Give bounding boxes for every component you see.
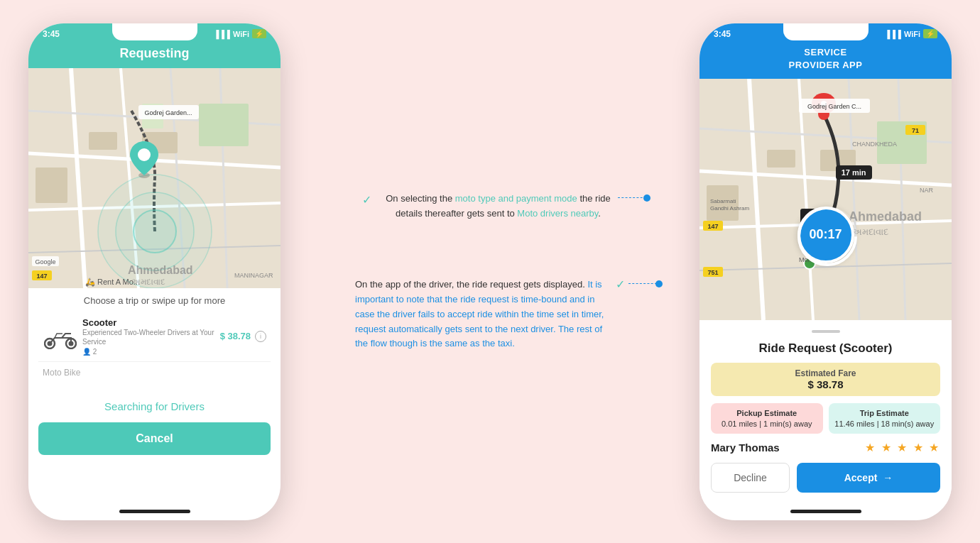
scooter-info: Scooter Experienced Two-Wheeler Drivers … [78,317,220,356]
driver-row: Mary Thomas ★ ★ ★ ★ ★ [711,441,940,454]
right-bottom-sheet: Ride Request (Scooter) Estimated Fare $ … [699,320,952,504]
estimated-fare-value: $ 38.78 [718,378,933,390]
right-status-icons: ▐▐▐ WiFi ⚡ [884,29,937,38]
battery-icon: ⚡ [252,29,266,38]
pickup-estimate-box: Pickup Estimate 0.01 miles | 1 min(s) aw… [711,403,823,434]
svg-text:Gandhi Ashram: Gandhi Ashram [710,205,749,212]
check-icon-2: ✓ [616,278,625,290]
right-battery-icon: ⚡ [923,29,937,38]
svg-point-16 [134,210,176,253]
scooter-icon [43,322,78,351]
left-map-area: Godrej Garden... 🛵 Rent A Mo... Ahmedaba… [28,68,281,288]
left-status-icons: ▐▐▐ WiFi ⚡ [213,29,266,38]
left-bottom-sheet: Choose a trip or swipe up for more Scoot… [28,288,281,386]
right-map-area: Godrej Garden C... Ahmedabad અમદાવાદ 147… [699,79,952,320]
arrow-right-icon: → [883,472,893,483]
svg-text:147: 147 [36,273,47,280]
svg-text:Google: Google [35,258,55,265]
estimates-row: Pickup Estimate 0.01 miles | 1 min(s) aw… [711,403,940,434]
check-icon-1: ✓ [362,193,371,207]
decline-button[interactable]: Decline [711,463,790,493]
annotation-area: ✓ On selecting the moto type and payment… [281,192,699,352]
right-status-bar: 3:45 ▐▐▐ WiFi ⚡ [699,23,952,42]
drag-handle [812,330,840,333]
connector-line-1 [618,197,646,198]
trip-value: 11.46 miles | 18 min(s) away [834,419,935,428]
svg-point-32 [69,341,74,346]
svg-rect-12 [36,168,67,203]
svg-text:Godrej Garden...: Godrej Garden... [144,109,192,116]
svg-text:71: 71 [912,127,919,134]
choose-trip-text: Choose a trip or swipe up for more [38,295,271,306]
info-icon: i [255,331,266,342]
connector-dot-1 [643,194,650,202]
svg-rect-11 [199,104,249,146]
svg-text:Ahmedabad: Ahmedabad [128,264,193,276]
moto-bike-option[interactable]: Moto Bike [38,362,271,379]
annotation-1-text: On selecting the moto type and payment m… [379,192,618,221]
left-app-header: Requesting [28,42,281,68]
svg-text:MANINAGAR: MANINAGAR [234,272,273,279]
right-map-svg: Godrej Garden C... Ahmedabad અમદાવાદ 147… [699,79,952,320]
svg-text:751: 751 [707,269,718,276]
svg-rect-42 [767,150,795,168]
connector-line-2 [628,283,657,284]
left-time: 3:45 [43,29,60,39]
scooter-capacity: 👤 2 [82,348,220,356]
annotation-1: ✓ On selecting the moto type and payment… [362,192,618,221]
svg-text:Ahmedabad: Ahmedabad [849,209,922,224]
right-header-line2: PROVIDER APP [707,59,944,72]
signal-icon: ▐▐▐ [213,30,229,38]
action-row: Decline Accept → [711,463,940,493]
connector-dot-2 [655,280,663,287]
driver-name: Mary Thomas [711,441,780,454]
right-app-header: SERVICE PROVIDER APP [699,42,952,79]
left-status-bar: 3:45 ▐▐▐ WiFi ⚡ [28,23,281,42]
trip-estimate-box: Trip Estimate 11.46 miles | 18 min(s) aw… [829,403,941,434]
time-badge: 17 min [836,165,872,180]
scooter-name: Scooter [82,317,220,328]
scooter-price: $ 38.78 [220,331,251,341]
cancel-button[interactable]: Cancel [38,422,271,455]
pickup-value: 0.01 miles | 1 min(s) away [717,419,817,428]
searching-text: Searching for Drivers [38,400,271,412]
svg-text:અમદાવાદ: અમદાવાદ [131,277,165,287]
location-pin [129,140,160,181]
estimated-fare-box: Estimated Fare $ 38.78 [711,363,940,396]
right-wifi-icon: WiFi [904,30,920,38]
svg-text:NAR: NAR [920,187,934,194]
wifi-icon: WiFi [233,30,249,38]
annotation-2: On the app of the driver, the ride reque… [355,278,625,351]
scooter-option[interactable]: Scooter Experienced Two-Wheeler Drivers … [38,312,271,362]
accept-label: Accept [844,472,878,483]
svg-point-31 [48,341,53,346]
svg-text:Sabarmati: Sabarmati [710,198,736,204]
timer-circle: 00:17 [797,207,854,263]
svg-text:Godrej Garden C...: Godrej Garden C... [807,103,861,110]
left-header-title: Requesting [119,46,189,60]
trip-label: Trip Estimate [834,409,935,417]
searching-section: Searching for Drivers Cancel [28,386,281,465]
driver-stars: ★ ★ ★ ★ ★ [865,441,940,454]
right-phone: 3:45 ▐▐▐ WiFi ⚡ SERVICE PROVIDER APP [699,23,952,520]
annotation-2-text: On the app of the driver, the ride reque… [355,278,609,351]
estimated-fare-label: Estimated Fare [718,368,933,378]
scooter-desc: Experienced Two-Wheeler Drivers at Your … [82,328,220,346]
svg-rect-9 [89,132,117,150]
right-header-line1: SERVICE [707,46,944,59]
svg-text:CHANDKHEDA: CHANDKHEDA [852,141,897,148]
right-time: 3:45 [714,29,731,39]
pickup-label: Pickup Estimate [717,409,817,417]
ride-request-title: Ride Request (Scooter) [711,341,940,356]
right-signal-icon: ▐▐▐ [884,30,900,38]
svg-text:147: 147 [707,223,718,230]
svg-point-28 [138,148,151,161]
left-phone: 3:45 ▐▐▐ WiFi ⚡ Requesting [28,23,281,520]
accept-button[interactable]: Accept → [797,463,940,493]
